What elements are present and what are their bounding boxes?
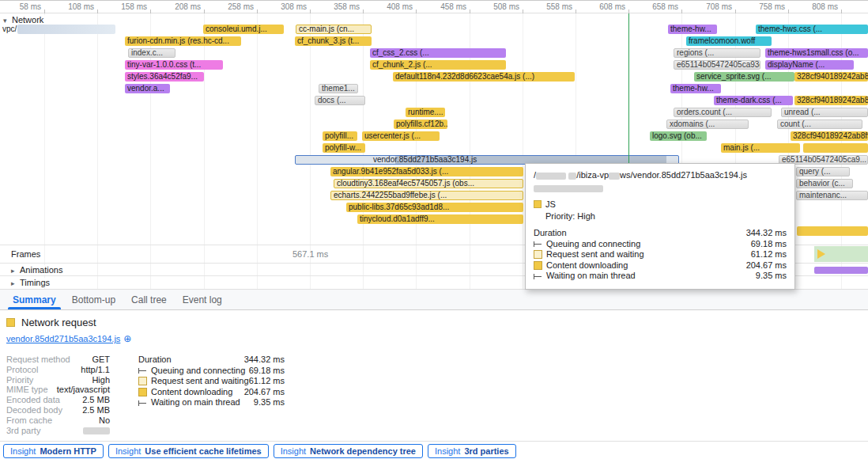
ruler-tick-label: 608 ms <box>599 2 628 11</box>
outline-swatch-icon <box>534 250 542 259</box>
ruler-tick-label: 308 ms <box>281 2 310 11</box>
network-request-bar[interactable]: theme-hws.css (... <box>756 25 868 34</box>
network-request-bar[interactable]: displayName (... <box>765 60 854 70</box>
tab-bottom-up[interactable]: Bottom-up <box>64 290 123 309</box>
network-request-bar[interactable]: e65114b05472405ca93ea... <box>674 60 760 70</box>
animations-track-header[interactable]: ▸Animations <box>9 265 66 275</box>
network-request-bar[interactable]: cloudtiny3.168eaf4ec5745057.js (obs... <box>334 179 523 188</box>
insight-chip-modern-http[interactable]: InsightModern HTTP <box>3 444 104 458</box>
network-request-bar[interactable]: orders.count (... <box>674 108 772 117</box>
ruler-tick-label: 108 ms <box>68 2 97 11</box>
insight-prefix: Insight <box>10 446 36 456</box>
ruler-tick <box>470 9 470 13</box>
network-request-bar[interactable]: theme-hws1small.css (o... <box>765 48 868 58</box>
network-request-bar[interactable]: consoleui.umd.j... <box>203 25 284 34</box>
network-request-bar[interactable]: service_sprite.svg (... <box>694 72 794 82</box>
tooltip-url: / /ibiza-vpws/vendor.85dd271b5aa3c194.js <box>534 170 787 180</box>
network-request-bar[interactable]: default118n4.232d8d6623cae54a.js (...) <box>393 72 575 82</box>
tooltip-timing-row: Content downloading204.67 ms <box>534 260 787 271</box>
network-request-bar[interactable]: vpc/ <box>2 25 17 34</box>
network-request-bar[interactable]: index.c... <box>128 48 175 58</box>
ruler-tick <box>523 9 523 13</box>
outline-swatch-icon <box>138 377 147 385</box>
network-request-bar[interactable]: 328cf940189242ab8f9... <box>794 72 868 82</box>
network-request-bar[interactable]: xdomains (... <box>666 119 749 129</box>
network-request-bar[interactable]: polyfill... <box>323 131 357 141</box>
network-request-bar[interactable]: theme-dark.css (... <box>714 96 793 105</box>
network-request-bar[interactable]: furion-cdn.min.js (res.hc-cd... <box>125 36 241 46</box>
network-request-bar[interactable]: usercenter.js (... <box>362 131 440 141</box>
network-request-bar[interactable]: polyfill-w... <box>323 143 365 153</box>
field-value: GET <box>92 355 110 365</box>
network-request-bar[interactable]: unread (... <box>781 108 868 117</box>
network-request-bar[interactable]: theme1... <box>319 84 358 93</box>
redacted-text <box>534 185 603 192</box>
ruler-tick-label: 508 ms <box>493 2 523 11</box>
frames-track-header[interactable]: Frames <box>9 249 43 259</box>
ruler-tick-label: 258 ms <box>228 2 257 11</box>
network-request-bar[interactable]: polyfills.cf12b... <box>394 119 447 129</box>
ruler-tick-label: 658 ms <box>652 2 681 11</box>
network-request-bar[interactable]: regions (... <box>674 48 760 58</box>
summary-link-row: vendor.85dd271b5aa3c194.js ⊕ <box>6 334 131 343</box>
network-request-bar[interactable] <box>17 25 115 34</box>
insight-chip-network-dependency-tree[interactable]: InsightNetwork dependency tree <box>274 444 423 458</box>
tab-call-tree[interactable]: Call tree <box>123 290 175 309</box>
tooltip-type-label: JS <box>545 199 556 209</box>
tooltip-timing-row: Duration344.32 ms <box>534 228 787 239</box>
network-request-bar[interactable]: logo.svg (ob... <box>650 131 707 141</box>
network-request-bar[interactable]: maintenanc... <box>796 191 868 200</box>
network-request-bar[interactable] <box>803 143 868 153</box>
tab-event-log[interactable]: Event log <box>175 290 230 309</box>
network-request-bar[interactable]: count (... <box>777 119 862 129</box>
frame-paint-icon <box>817 249 825 259</box>
insights-bar: InsightModern HTTPInsightUse efficient c… <box>0 441 868 459</box>
summary-field-row: Decoded body2.5 MB <box>6 405 110 415</box>
timing-label: Waiting on main thread <box>151 397 240 408</box>
summary-field-row: From cacheNo <box>6 415 110 426</box>
tab-summary[interactable]: Summary <box>5 290 64 309</box>
network-request-bar[interactable]: runtime.... <box>406 108 445 117</box>
animation-bar[interactable] <box>814 267 868 274</box>
network-request-bar[interactable]: echarts.2442255bad9ffebe.js (... <box>330 191 523 200</box>
network-request-bar[interactable]: query (... <box>796 167 850 176</box>
ruler-tick <box>257 9 258 13</box>
field-value: High <box>92 375 110 385</box>
network-request-bar[interactable]: main.js (... <box>721 143 800 153</box>
timings-track-header[interactable]: ▸Timings <box>9 278 53 287</box>
network-request-bar[interactable]: 328cf940189242ab8f9... <box>791 131 868 141</box>
ruler-tick <box>681 9 682 13</box>
network-request-bar[interactable]: styles.36a4c52fa9... <box>125 72 204 82</box>
network-request-bar[interactable]: framelcomoon.woff <box>686 36 772 46</box>
network-request-bar[interactable]: cf_css_2.css (... <box>370 48 506 58</box>
network-request-bar[interactable]: theme-hw... <box>668 25 717 34</box>
tooltip-timing-row: Waiting on main thread9.35 ms <box>534 271 787 282</box>
timing-value: 9.35 ms <box>756 271 787 282</box>
network-track-header[interactable]: ▾Network <box>2 15 47 25</box>
network-request-bar[interactable]: 328cf940189242ab8f9... <box>794 96 868 105</box>
field-label: MIME type <box>6 385 48 395</box>
summary-field-row: 3rd party <box>6 426 110 436</box>
network-request-bar[interactable]: behavior (c... <box>796 179 853 188</box>
network-request-bar[interactable]: public-libs.37d65c93ad1d8... <box>346 203 523 212</box>
frame-thumbnail[interactable] <box>814 246 868 262</box>
network-request-bar[interactable]: tiny-var-1.0.0.css (t... <box>125 60 223 70</box>
ruler-tick <box>576 9 576 13</box>
network-request-bar[interactable]: theme-hw... <box>670 84 721 93</box>
network-request-bar[interactable]: vendor.a... <box>125 84 170 93</box>
insight-chip-use-efficient-cache-lifetimes[interactable]: InsightUse efficient cache lifetimes <box>108 444 269 458</box>
timing-label: Content downloading <box>151 387 232 398</box>
timing-value: 204.67 ms <box>746 260 787 271</box>
network-request-bar[interactable]: docs (... <box>315 96 365 105</box>
ruler-tick <box>44 9 45 13</box>
network-request-bar[interactable]: angular.9b41e952faa5d033.js (... <box>330 167 523 176</box>
network-request-bar[interactable] <box>797 226 868 236</box>
network-request-bar[interactable]: cf_chunk_3.js (t... <box>295 36 372 46</box>
network-request-bar[interactable]: cc-main.js (cn... <box>296 25 372 34</box>
ruler-tick-label: 408 ms <box>387 2 416 11</box>
globe-icon[interactable]: ⊕ <box>123 334 131 343</box>
network-request-bar[interactable]: tinycloud.d0a1adff9... <box>357 214 523 224</box>
network-request-bar[interactable]: cf_chunk_2.js (... <box>370 60 506 70</box>
request-url-link[interactable]: vendor.85dd271b5aa3c194.js <box>6 334 120 343</box>
insight-chip-3rd-parties[interactable]: Insight3rd parties <box>428 444 516 458</box>
